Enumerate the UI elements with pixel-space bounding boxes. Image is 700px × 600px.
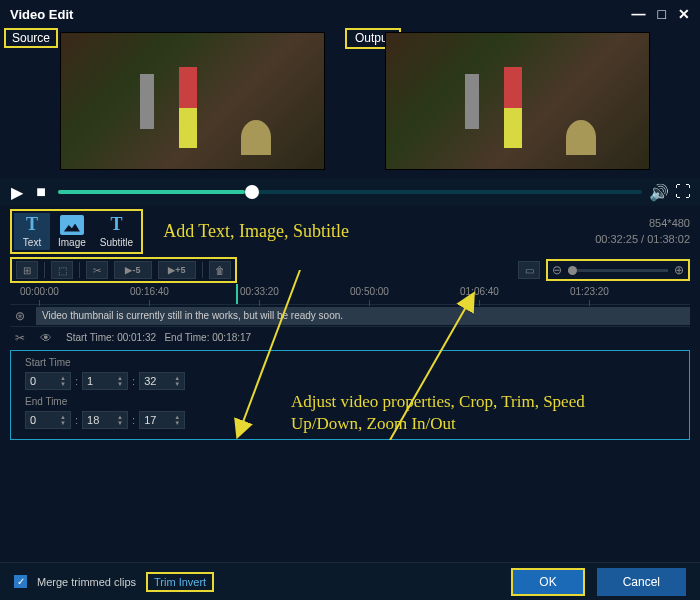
window-controls: — □ ✕: [632, 6, 690, 22]
text-tool-label: Text: [23, 237, 41, 248]
image-tool[interactable]: Image: [52, 213, 92, 250]
start-seconds[interactable]: 32▲▼: [139, 372, 185, 390]
titlebar: Video Edit — □ ✕: [0, 0, 700, 28]
image-tool-label: Image: [58, 237, 86, 248]
window-title: Video Edit: [10, 7, 73, 22]
start-hours[interactable]: 0▲▼: [25, 372, 71, 390]
time-tick: 01:23:20: [570, 286, 609, 297]
trim-track[interactable]: ✂ 👁 Start Time: 00:01:32 End Time: 00:18…: [10, 326, 690, 348]
tools-annotation: Add Text, Image, Subtitle: [163, 221, 349, 242]
time-tick: 01:06:40: [460, 286, 499, 297]
edit-toolbar: ⊞ ⬚ ✂ ▶-5 ▶+5 🗑 ▭ ⊖ ⊕: [0, 256, 700, 284]
end-hours[interactable]: 0▲▼: [25, 411, 71, 429]
video-track[interactable]: ⊛ Video thumbnail is currently still in …: [10, 304, 690, 326]
start-time-label: Start Time:: [66, 332, 114, 343]
time-text: 00:32:25 / 01:38:02: [595, 231, 690, 248]
resolution-text: 854*480: [595, 215, 690, 232]
end-time-label: End Time:: [164, 332, 209, 343]
zoom-out-icon[interactable]: ⊖: [552, 263, 562, 277]
speed-up-button[interactable]: ▶+5: [158, 261, 196, 279]
insert-tools: T Text Image T Subtitle: [10, 209, 143, 254]
edit-tools: ⊞ ⬚ ✂ ▶-5 ▶+5 🗑: [10, 257, 237, 283]
video-meta: 854*480 00:32:25 / 01:38:02: [595, 215, 690, 248]
text-icon: T: [20, 215, 44, 235]
minimize-button[interactable]: —: [632, 6, 646, 22]
tool-row: T Text Image T Subtitle Add Text, Image,…: [0, 206, 700, 256]
merge-label: Merge trimmed clips: [37, 576, 136, 588]
source-label: Source: [4, 28, 58, 48]
delete-button[interactable]: 🗑: [209, 261, 231, 279]
merge-checkbox[interactable]: ✓: [14, 575, 27, 588]
play-button[interactable]: ▶: [10, 185, 24, 199]
start-time-label: Start Time: [25, 357, 675, 368]
volume-button[interactable]: 🔊: [652, 185, 666, 199]
start-minutes[interactable]: 1▲▼: [82, 372, 128, 390]
image-icon: [60, 215, 84, 235]
zoom-controls: ⊖ ⊕: [546, 259, 690, 281]
time-tick: 00:16:40: [130, 286, 169, 297]
subtitle-tool-label: Subtitle: [100, 237, 133, 248]
playhead[interactable]: [236, 284, 238, 304]
fit-button[interactable]: ▭: [518, 261, 540, 279]
preview-area: Source Output: [0, 28, 700, 178]
timeline-ruler[interactable]: 00:00:00 00:16:40 00:33:20 00:50:00 01:0…: [0, 284, 700, 304]
progress-thumb[interactable]: [245, 185, 259, 199]
start-time-inputs: 0▲▼ : 1▲▼ : 32▲▼: [25, 372, 675, 390]
output-preview[interactable]: [385, 32, 650, 170]
video-track-clip[interactable]: Video thumbnail is currently still in th…: [36, 307, 690, 325]
trim-times: Start Time: 00:01:32 End Time: 00:18:17: [62, 332, 251, 343]
footer: ✓ Merge trimmed clips Trim Invert OK Can…: [0, 562, 700, 600]
end-time-value: 00:18:17: [212, 332, 251, 343]
fullscreen-button[interactable]: ⛶: [676, 185, 690, 199]
stop-button[interactable]: ■: [34, 185, 48, 199]
video-track-icon: ⊛: [10, 309, 30, 323]
transport-bar: ▶ ■ 🔊 ⛶: [0, 178, 700, 206]
start-time-value: 00:01:32: [117, 332, 156, 343]
ok-button[interactable]: OK: [511, 568, 584, 596]
progress-slider[interactable]: [58, 190, 642, 194]
subtitle-icon: T: [104, 215, 128, 235]
time-tick: 00:00:00: [20, 286, 59, 297]
properties-button[interactable]: ⊞: [16, 261, 38, 279]
crop-button[interactable]: ⬚: [51, 261, 73, 279]
zoom-thumb[interactable]: [568, 266, 577, 275]
maximize-button[interactable]: □: [658, 6, 666, 22]
zoom-slider[interactable]: [568, 269, 668, 272]
trim-button[interactable]: ✂: [86, 261, 108, 279]
properties-panel: Start Time 0▲▼ : 1▲▼ : 32▲▼ End Time 0▲▼…: [10, 350, 690, 440]
subtitle-tool[interactable]: T Subtitle: [94, 213, 139, 250]
zoom-in-icon[interactable]: ⊕: [674, 263, 684, 277]
text-tool[interactable]: T Text: [14, 213, 50, 250]
source-preview[interactable]: [60, 32, 325, 170]
props-annotation: Adjust video properties, Crop, Trim, Spe…: [291, 391, 651, 435]
time-tick: 00:50:00: [350, 286, 389, 297]
speed-down-button[interactable]: ▶-5: [114, 261, 152, 279]
close-button[interactable]: ✕: [678, 6, 690, 22]
end-minutes[interactable]: 18▲▼: [82, 411, 128, 429]
end-seconds[interactable]: 17▲▼: [139, 411, 185, 429]
trim-invert-button[interactable]: Trim Invert: [146, 572, 214, 592]
time-tick: 00:33:20: [240, 286, 279, 297]
trim-track-icon: ✂: [10, 331, 30, 345]
cancel-button[interactable]: Cancel: [597, 568, 686, 596]
eye-icon[interactable]: 👁: [36, 331, 56, 345]
track-area: ⊛ Video thumbnail is currently still in …: [0, 304, 700, 348]
